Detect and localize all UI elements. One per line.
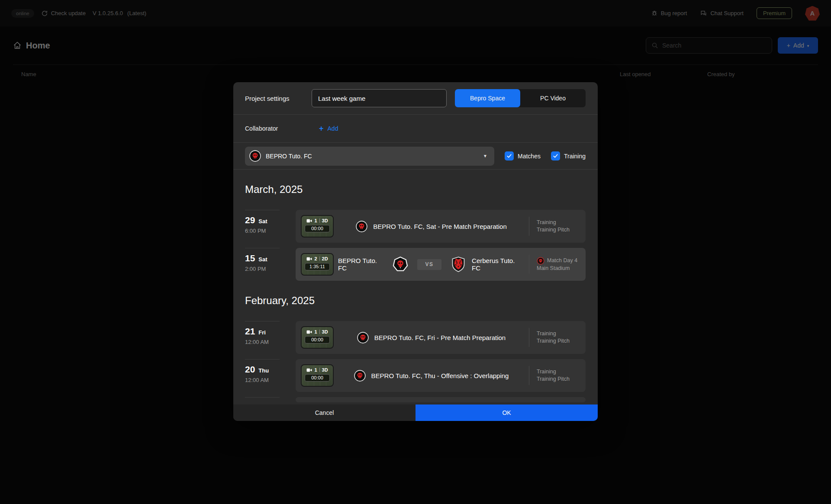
event-tag-matchday: Match Day 4 [547,257,577,264]
training-checkbox-label: Training [564,153,586,160]
add-collaborator-label: Add [328,125,338,132]
event-time: 6:00 PM [245,228,296,234]
event-day: 29 [245,215,255,225]
video-duration: 00:00 [305,225,330,232]
event-time: 12:00 AM [245,339,296,345]
event-tag-location: Main Stadium [537,265,586,272]
event-weekday: Fri [258,329,266,336]
team-logo-icon [356,221,367,232]
event-tag-type: Training [537,368,586,376]
event-card[interactable] [296,397,586,402]
team-logo-icon [249,150,261,162]
collaborator-label: Collaborator [245,125,319,132]
month-heading: February, 2025 [245,295,586,307]
video-mode-badge: 3D [322,218,328,223]
tab-pc-video[interactable]: PC Video [520,89,586,107]
training-event-card[interactable]: 1 3D 00:00 BEPRO Tuto. [296,359,586,392]
video-thumbnail: 1 3D 00:00 [301,326,334,349]
event-title: BEPRO Tuto. FC, Fri - Pre Match Preparat… [374,334,506,341]
training-event-card[interactable]: 1 3D 00:00 BEPRO Tuto. [296,210,586,243]
team-select-value: BEPRO Tuto. FC [266,153,312,160]
camera-count: 2 [314,256,317,261]
event-tag-location: Training Pitch [537,376,586,383]
match-event-card[interactable]: 2 2D 1:35:11 BEPRO Tuto. FC [296,248,586,281]
home-team-logo-icon [393,257,408,272]
event-row: 21 Fri 12:00 AM 1 3D 00:00 [245,321,586,354]
event-tag-type: Training [537,330,586,337]
event-day: 20 [245,364,255,375]
add-collaborator-button[interactable]: + Add [319,125,338,132]
event-date: 20 Thu 12:00 AM [245,359,296,392]
event-weekday: Sat [258,256,267,263]
camera-icon [306,330,312,334]
video-mode-badge: 2D [322,256,328,261]
thumb-divider [319,330,320,334]
home-team-name: BEPRO Tuto. FC [338,257,387,272]
event-tag: Training Training Pitch [529,328,586,347]
video-duration: 00:00 [305,374,330,382]
camera-count: 1 [314,367,317,372]
vs-badge: VS [417,259,441,270]
camera-icon [306,257,312,261]
dropdown-caret-icon: ▼ [483,154,487,158]
modal-title: Project settings [245,95,312,102]
event-title: BEPRO Tuto. FC, Sat - Pre Match Preparat… [373,223,506,230]
camera-count: 1 [314,218,317,223]
event-tag-location: Training Pitch [537,337,586,345]
team-select-dropdown[interactable]: BEPRO Tuto. FC ▼ [245,147,494,166]
event-time: 2:00 PM [245,266,296,272]
filter-row: BEPRO Tuto. FC ▼ Matches Training [233,143,598,170]
camera-icon [306,218,312,223]
event-tag: Match Day 4 Main Stadium [529,255,586,274]
event-tag: Training Training Pitch [529,366,586,385]
modal-footer: Cancel OK [233,404,598,421]
month-heading: March, 2025 [245,183,586,196]
event-row: 15 Sat 2:00 PM 2 2D 1:35:11 BEPRO Tuto. … [245,248,586,281]
project-name-input[interactable] [312,89,447,107]
event-tag-location: Training Pitch [537,226,586,234]
team-logo-icon [357,332,369,343]
project-settings-modal: Project settings Bepro Space PC Video Co… [233,82,598,421]
event-tag: Training Training Pitch [529,217,586,236]
video-mode-badge: 3D [322,329,328,334]
team-logo-icon [354,370,366,382]
event-date: 15 Sat 2:00 PM [245,248,296,281]
matches-checkbox-label: Matches [518,153,541,160]
thumb-divider [319,218,320,223]
camera-icon [306,368,312,372]
training-checkbox[interactable]: Training [551,151,586,161]
matches-checkbox[interactable]: Matches [505,151,541,161]
event-date: 29 Sat 6:00 PM [245,210,296,243]
collaborator-row: Collaborator + Add [233,115,598,143]
event-day: 15 [245,253,255,263]
event-weekday: Sat [258,218,267,225]
event-row-partial [245,397,586,402]
month-section: March, 2025 29 Sat 6:00 PM 1 3D 00:00 [245,183,586,281]
thumb-divider [319,257,320,261]
tab-bepro-space[interactable]: Bepro Space [455,89,520,107]
video-thumbnail: 1 3D 00:00 [301,215,334,238]
match-day-logo-icon [537,257,544,265]
cancel-button[interactable]: Cancel [233,404,416,421]
training-event-card[interactable]: 1 3D 00:00 BEPRO Tuto. [296,321,586,354]
source-tabs: Bepro Space PC Video [455,89,586,107]
modal-header: Project settings Bepro Space PC Video [233,82,598,115]
month-section: February, 2025 21 Fri 12:00 AM 1 3D 00:0… [245,295,586,392]
video-thumbnail: 2 2D 1:35:11 [301,253,334,276]
video-duration: 1:35:11 [305,263,330,270]
event-weekday: Thu [258,367,269,374]
checkbox-checked-icon [505,151,514,161]
event-row: 29 Sat 6:00 PM 1 3D 00:00 [245,210,586,243]
video-mode-badge: 3D [322,367,328,372]
thumb-divider [319,368,320,372]
ok-button[interactable]: OK [416,404,598,421]
camera-count: 1 [314,329,317,334]
away-team-logo-icon [451,257,466,272]
event-date: 21 Fri 12:00 AM [245,321,296,354]
video-duration: 00:00 [305,336,330,343]
plus-icon: + [319,125,324,132]
video-thumbnail: 1 3D 00:00 [301,364,334,387]
event-tag-type: Training [537,219,586,226]
event-title: BEPRO Tuto. FC, Thu - Offensive : Overla… [371,372,509,379]
event-time: 12:00 AM [245,377,296,383]
